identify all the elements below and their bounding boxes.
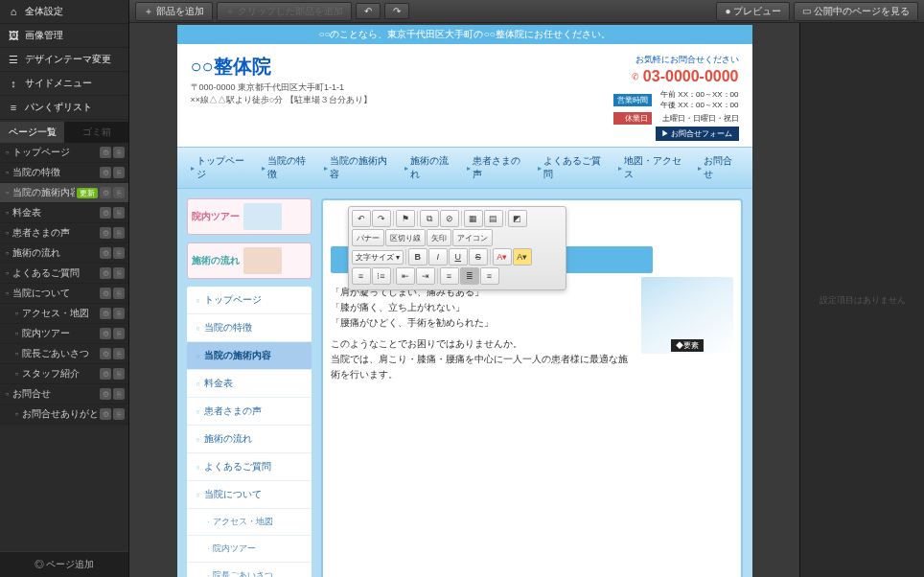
sidemenu-item[interactable]: 当院について bbox=[187, 481, 312, 509]
global-nav-item[interactable]: 当院の特徴 bbox=[256, 151, 316, 184]
sidemenu-item[interactable]: 患者さまの声 bbox=[187, 398, 312, 426]
copy-icon[interactable]: ⎘ bbox=[113, 187, 125, 198]
gear-icon[interactable]: ⚙ bbox=[100, 348, 111, 359]
tree-item[interactable]: ▫院長ごあいさつ⚙⎘ bbox=[0, 344, 128, 364]
nav-side-menu[interactable]: ↕サイドメニュー bbox=[0, 72, 128, 96]
copy-icon[interactable]: ⎘ bbox=[113, 368, 125, 380]
content-editable-box[interactable]: ↶ ↷ ⚑ ⧉ ⊘ ▦ ▤ bbox=[321, 198, 743, 577]
rte-outdent-icon[interactable]: ⇤ bbox=[396, 267, 415, 285]
gear-icon[interactable]: ⚙ bbox=[100, 328, 111, 339]
add-block-button[interactable]: ＋ 部品を追加 bbox=[135, 2, 213, 21]
contact-form-cta[interactable]: ▶ お問合せフォーム bbox=[656, 127, 738, 141]
gear-icon[interactable]: ⚙ bbox=[100, 267, 111, 279]
copy-icon[interactable]: ⎘ bbox=[113, 247, 125, 259]
gear-icon[interactable]: ⚙ bbox=[100, 187, 111, 198]
copy-icon[interactable]: ⎘ bbox=[113, 147, 125, 158]
gear-icon[interactable]: ⚙ bbox=[100, 147, 111, 158]
tree-item[interactable]: ▫施術の流れ⚙⎘ bbox=[0, 243, 128, 264]
sidemenu-item[interactable]: 当院の特徴 bbox=[187, 314, 312, 342]
rte-italic-button[interactable]: I bbox=[428, 248, 448, 265]
copy-icon[interactable]: ⎘ bbox=[113, 167, 125, 178]
global-nav-item[interactable]: よくあるご質問 bbox=[532, 151, 611, 184]
tree-item[interactable]: ▫当院の特徴⚙⎘ bbox=[0, 163, 128, 183]
rte-align-right-icon[interactable]: ≡ bbox=[480, 267, 499, 285]
rte-flag-icon[interactable]: ⚑ bbox=[396, 210, 415, 227]
content-paragraph[interactable]: 「肩が凝ってしまい、痛みもある」 「膝が痛く、立ち上がれない」 「腰痛がひどく、… bbox=[331, 285, 634, 382]
rte-ul-icon[interactable]: ⁝≡ bbox=[372, 267, 391, 285]
tree-item[interactable]: ▫お問合せありがとうござい⚙⎘ bbox=[0, 404, 128, 425]
rte-table-icon[interactable]: ▤ bbox=[484, 210, 503, 227]
tree-item[interactable]: ▫当院について⚙⎘ bbox=[0, 284, 128, 304]
gear-icon[interactable]: ⚙ bbox=[100, 288, 111, 299]
copy-icon[interactable]: ⎘ bbox=[113, 328, 125, 339]
rte-tab-icon[interactable]: アイコン bbox=[452, 229, 493, 246]
rte-undo-icon[interactable]: ↶ bbox=[352, 210, 371, 227]
sidemenu-item[interactable]: 院内ツアー bbox=[187, 536, 312, 563]
gear-icon[interactable]: ⚙ bbox=[100, 308, 111, 319]
nav-breadcrumb[interactable]: ≡パンくずリスト bbox=[0, 96, 128, 120]
rte-tab-banner[interactable]: バナー bbox=[352, 229, 384, 246]
gear-icon[interactable]: ⚙ bbox=[100, 368, 111, 380]
rte-image-icon[interactable]: ▦ bbox=[464, 210, 483, 227]
add-clip-button[interactable]: ＋ クリップした部品を追加 bbox=[217, 2, 352, 21]
rte-bgcolor-button[interactable]: A▾ bbox=[513, 248, 532, 265]
rte-align-center-icon[interactable]: ≣ bbox=[460, 267, 479, 285]
gear-icon[interactable]: ⚙ bbox=[100, 247, 111, 259]
global-nav-item[interactable]: 当院の施術内容 bbox=[318, 151, 397, 184]
rte-bold-button[interactable]: B bbox=[408, 248, 427, 265]
sidemenu-item[interactable]: アクセス・地図 bbox=[187, 509, 312, 536]
global-nav-item[interactable]: 患者さまの声 bbox=[461, 151, 530, 184]
nav-overall-settings[interactable]: ⌂全体設定 bbox=[0, 0, 128, 24]
copy-icon[interactable]: ⎘ bbox=[113, 267, 125, 279]
rte-tab-divider[interactable]: 区切り線 bbox=[385, 229, 426, 246]
gear-icon[interactable]: ⚙ bbox=[100, 408, 111, 420]
tab-trash[interactable]: ゴミ箱 bbox=[64, 122, 128, 143]
sidemenu-item[interactable]: よくあるご質問 bbox=[187, 453, 312, 481]
global-nav-item[interactable]: 施術の流れ bbox=[399, 151, 459, 184]
tree-item[interactable]: ▫アクセス・地図⚙⎘ bbox=[0, 304, 128, 324]
copy-icon[interactable]: ⎘ bbox=[113, 348, 125, 359]
copy-icon[interactable]: ⎘ bbox=[113, 288, 125, 299]
add-page-button[interactable]: ◎ ページ追加 bbox=[0, 551, 128, 577]
rte-strike-button[interactable]: S bbox=[469, 248, 488, 265]
rte-fontsize-select[interactable]: 文字サイズ ▾ bbox=[352, 250, 404, 265]
side-card-tour[interactable]: 院内ツアー bbox=[187, 198, 312, 235]
tree-item[interactable]: ▫スタッフ紹介⚙⎘ bbox=[0, 364, 128, 384]
sidemenu-item[interactable]: 当院の施術内容 bbox=[187, 342, 312, 370]
sidemenu-item[interactable]: 料金表 bbox=[187, 370, 312, 398]
rte-unlink-icon[interactable]: ⊘ bbox=[440, 210, 459, 227]
gear-icon[interactable]: ⚙ bbox=[100, 388, 111, 400]
doctor-image-block[interactable] bbox=[641, 277, 733, 354]
tree-item[interactable]: ▫お問合せ⚙⎘ bbox=[0, 384, 128, 404]
rte-redo-icon[interactable]: ↷ bbox=[372, 210, 391, 227]
side-card-flow[interactable]: 施術の流れ bbox=[187, 242, 312, 279]
copy-icon[interactable]: ⎘ bbox=[113, 388, 125, 400]
rte-ol-icon[interactable]: ≡ bbox=[352, 267, 371, 285]
view-public-button[interactable]: ▭ 公開中のページを見る bbox=[794, 2, 918, 21]
tree-item[interactable]: ▫よくあるご質問⚙⎘ bbox=[0, 264, 128, 284]
undo-button[interactable]: ↶ bbox=[356, 3, 381, 19]
gear-icon[interactable]: ⚙ bbox=[100, 167, 111, 178]
copy-icon[interactable]: ⎘ bbox=[113, 207, 125, 219]
rte-fontcolor-button[interactable]: A▾ bbox=[493, 248, 512, 265]
global-nav-item[interactable]: 地図・アクセス bbox=[612, 151, 691, 184]
gear-icon[interactable]: ⚙ bbox=[100, 207, 111, 219]
global-nav-item[interactable]: お問合せ bbox=[692, 151, 744, 184]
redo-button[interactable]: ↷ bbox=[384, 3, 409, 19]
rte-indent-icon[interactable]: ⇥ bbox=[416, 267, 435, 285]
copy-icon[interactable]: ⎘ bbox=[113, 227, 125, 239]
rte-underline-button[interactable]: U bbox=[449, 248, 468, 265]
sidemenu-item[interactable]: 院長ごあいさつ bbox=[187, 563, 312, 577]
rte-align-left-icon[interactable]: ≡ bbox=[440, 267, 459, 285]
sidemenu-item[interactable]: 施術の流れ bbox=[187, 426, 312, 453]
rte-link-icon[interactable]: ⧉ bbox=[420, 210, 439, 227]
sidemenu-item[interactable]: トップページ bbox=[187, 287, 312, 314]
rte-tab-arrow[interactable]: 矢印 bbox=[427, 229, 451, 246]
gear-icon[interactable]: ⚙ bbox=[100, 227, 111, 239]
copy-icon[interactable]: ⎘ bbox=[113, 308, 125, 319]
rte-source-icon[interactable]: ◩ bbox=[508, 210, 527, 227]
tab-page-list[interactable]: ページ一覧 bbox=[0, 122, 64, 143]
tree-item[interactable]: ▫院内ツアー⚙⎘ bbox=[0, 324, 128, 344]
canvas-scroll[interactable]: ○○のことなら、東京千代田区大手町の○○整体院にお任せください。 ○○整体院 〒… bbox=[129, 23, 799, 577]
copy-icon[interactable]: ⎘ bbox=[113, 408, 125, 420]
